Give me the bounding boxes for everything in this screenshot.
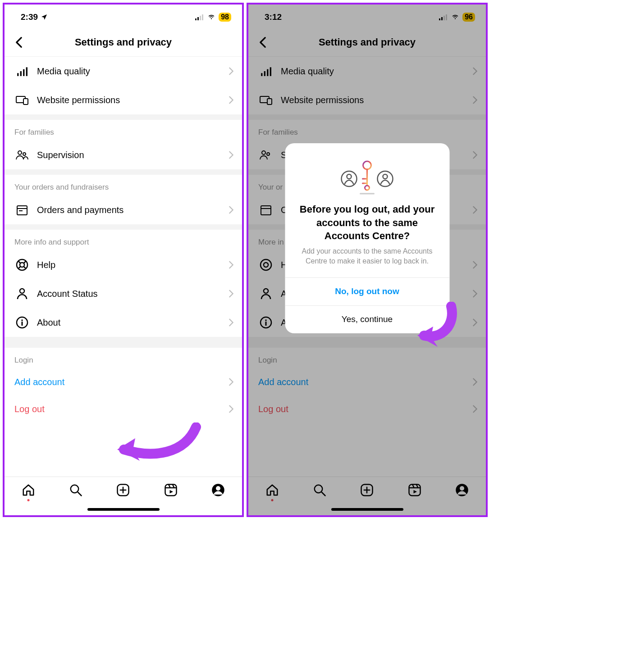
modal-continue-button[interactable]: Yes, continue — [285, 305, 449, 333]
row-label: Supervision — [37, 150, 229, 160]
chevron-right-icon — [229, 261, 234, 269]
status-bar: 2:39 98 — [5, 5, 242, 28]
nav-search[interactable] — [68, 482, 83, 498]
svg-rect-5 — [20, 71, 22, 76]
row-label: About — [37, 318, 229, 328]
svg-point-49 — [347, 174, 352, 179]
row-label: Help — [37, 260, 229, 270]
svg-rect-2 — [200, 16, 201, 20]
home-indicator — [87, 508, 160, 511]
log-out-link: Log out — [14, 404, 45, 414]
row-add-account[interactable]: Add account — [5, 368, 242, 395]
row-label: Media quality — [37, 66, 229, 77]
svg-rect-6 — [23, 69, 24, 76]
page-title: Settings and privacy — [5, 36, 242, 48]
svg-point-11 — [23, 153, 26, 155]
svg-rect-9 — [23, 99, 28, 104]
nav-header: Settings and privacy — [5, 28, 242, 57]
chevron-right-icon — [229, 96, 234, 104]
bars-icon — [14, 64, 30, 79]
modal-title: Before you log out, add your accounts to… — [285, 197, 449, 245]
row-orders-payments[interactable]: Orders and payments — [5, 195, 242, 224]
svg-rect-21 — [165, 485, 176, 496]
svg-rect-0 — [195, 18, 197, 20]
svg-point-10 — [18, 151, 22, 154]
people-icon — [14, 147, 30, 163]
section-login: Login — [5, 348, 242, 368]
nav-reels[interactable] — [163, 482, 178, 498]
svg-point-51 — [383, 174, 388, 179]
svg-point-53 — [365, 186, 370, 190]
svg-rect-3 — [202, 14, 203, 20]
logout-modal: Before you log out, add your accounts to… — [285, 143, 449, 333]
section-orders: Your orders and fundraisers — [5, 175, 242, 195]
row-label: Orders and payments — [37, 205, 229, 215]
chevron-right-icon — [229, 378, 234, 386]
row-about[interactable]: About — [5, 308, 242, 337]
modal-desc: Add your accounts to the same Accounts C… — [285, 245, 449, 277]
chevron-right-icon — [229, 290, 234, 298]
settings-list: Media quality Website permissions For fa… — [5, 57, 242, 477]
chevron-right-icon — [229, 67, 234, 75]
row-supervision[interactable]: Supervision — [5, 141, 242, 169]
svg-rect-7 — [26, 67, 27, 76]
svg-point-14 — [20, 263, 24, 267]
row-label: Account Status — [37, 289, 229, 299]
row-help[interactable]: Help — [5, 250, 242, 279]
svg-point-52 — [363, 161, 371, 169]
chevron-right-icon — [229, 318, 234, 327]
battery-badge: 98 — [219, 13, 231, 22]
row-website-permissions[interactable]: Website permissions — [5, 86, 242, 114]
svg-rect-4 — [17, 73, 18, 76]
add-account-link: Add account — [14, 377, 64, 387]
svg-rect-18 — [22, 322, 23, 326]
modal-illustration — [285, 143, 449, 197]
phone-left: 2:39 98 Settings and privacy Media quali… — [3, 3, 244, 517]
nav-new-post[interactable] — [115, 482, 131, 498]
back-button[interactable] — [10, 33, 28, 51]
phone-right: 3:12 96 Settings and privacy Media quali… — [247, 3, 488, 517]
person-icon — [14, 286, 30, 301]
svg-point-15 — [20, 289, 24, 293]
row-media-quality[interactable]: Media quality — [5, 57, 242, 86]
svg-point-23 — [216, 486, 220, 490]
nav-profile[interactable] — [210, 482, 226, 498]
chevron-right-icon — [229, 405, 234, 413]
info-icon — [14, 315, 30, 330]
modal-logout-now-button[interactable]: No, log out now — [285, 277, 449, 305]
wifi-icon — [207, 14, 216, 20]
status-time: 2:39 — [21, 12, 38, 22]
row-label: Website permissions — [37, 95, 229, 105]
row-account-status[interactable]: Account Status — [5, 279, 242, 308]
devices-icon — [14, 92, 30, 108]
nav-home[interactable] — [21, 482, 36, 498]
row-log-out[interactable]: Log out — [5, 395, 242, 422]
cellular-icon — [195, 14, 204, 20]
chevron-right-icon — [229, 151, 234, 159]
section-info: More info and support — [5, 230, 242, 250]
box-icon — [14, 202, 30, 218]
lifebuoy-icon — [14, 257, 30, 272]
svg-rect-1 — [197, 17, 199, 20]
svg-point-19 — [71, 485, 79, 493]
location-icon — [41, 14, 48, 21]
section-families: For families — [5, 120, 242, 141]
svg-point-17 — [21, 319, 23, 321]
chevron-right-icon — [229, 206, 234, 214]
